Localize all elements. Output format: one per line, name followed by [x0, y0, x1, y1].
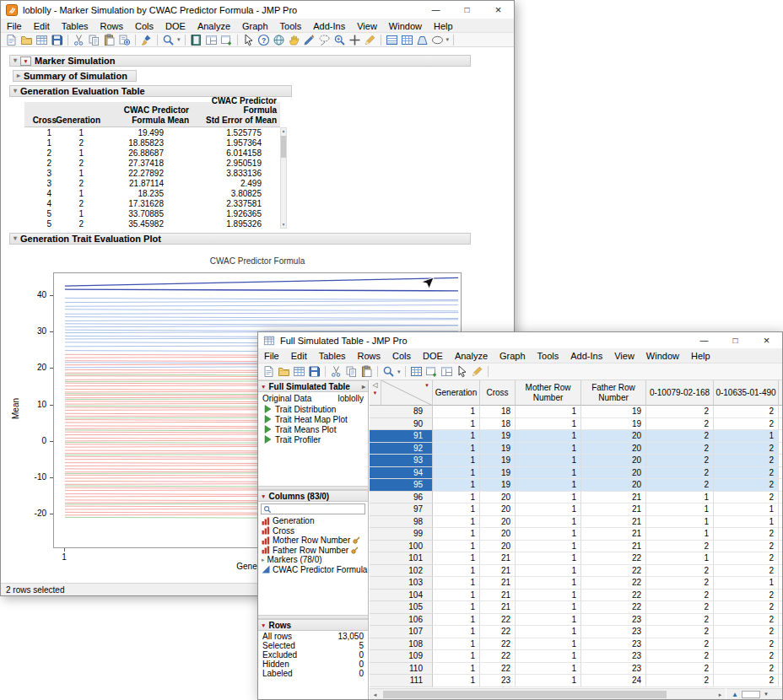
- grid-cell[interactable]: 1: [433, 467, 480, 480]
- grid-row[interactable]: 9511912022: [370, 479, 782, 492]
- grid-cell[interactable]: 2: [646, 577, 714, 590]
- row-number-cell[interactable]: 100: [370, 541, 433, 553]
- pointer-icon[interactable]: [241, 33, 256, 46]
- grid-cell[interactable]: 2: [714, 443, 779, 455]
- eval-table-row[interactable]: 4118.2353.80825: [24, 188, 287, 198]
- grid-cell[interactable]: 23: [480, 675, 516, 687]
- grid-cell[interactable]: 23: [581, 626, 646, 638]
- grid-cell[interactable]: 21: [480, 601, 516, 614]
- new-table-icon[interactable]: [35, 33, 49, 46]
- row-number-cell[interactable]: 107: [370, 626, 433, 638]
- grid-cell[interactable]: 1: [646, 552, 714, 565]
- grid-cell[interactable]: 1: [646, 516, 714, 529]
- grid-cell[interactable]: 23: [581, 650, 646, 663]
- crosshair-icon[interactable]: [348, 33, 362, 46]
- eval-table-row[interactable]: 5133.708851.926365: [24, 208, 287, 218]
- grid-cell[interactable]: 1: [714, 577, 779, 590]
- outline-marker-simulation[interactable]: ▾ ▼ Marker Simulation: [9, 55, 471, 67]
- grid-cell[interactable]: 2: [714, 590, 779, 602]
- grid-cell[interactable]: 20: [480, 503, 516, 516]
- grid-cell[interactable]: 21: [581, 503, 646, 516]
- dropdown-caret-icon[interactable]: ▾: [176, 36, 181, 43]
- disclosure-open-icon[interactable]: ▾: [14, 88, 17, 94]
- grid-row[interactable]: 10412112222: [370, 590, 782, 602]
- grid-cell[interactable]: 20: [480, 516, 516, 529]
- grid-cell[interactable]: 21: [480, 590, 516, 602]
- grid-cell[interactable]: 22: [480, 663, 516, 676]
- journal-icon[interactable]: [189, 33, 203, 46]
- grid-cell[interactable]: 2: [714, 638, 779, 651]
- panel-collapse-strip[interactable]: ◁ ▼: [370, 380, 381, 406]
- column-list-item[interactable]: Cross: [258, 526, 368, 536]
- dropdown-caret-icon[interactable]: ▾: [397, 369, 402, 375]
- grid-cell[interactable]: 20: [480, 492, 516, 504]
- main-titlebar[interactable]: loblolly - Marker Simulation by CWAC Pre…: [1, 1, 514, 19]
- grid-cell[interactable]: 1: [516, 528, 581, 541]
- grid-cell[interactable]: 2: [714, 455, 779, 467]
- row-number-cell[interactable]: 103: [370, 577, 433, 590]
- column-list-item[interactable]: Mother Row Number: [258, 536, 368, 546]
- scroll-down-icon[interactable]: ▼: [282, 222, 286, 228]
- row-number-cell[interactable]: 110: [370, 663, 433, 676]
- table-menu-cols[interactable]: Cols: [386, 349, 417, 363]
- grid-cell[interactable]: 20: [581, 443, 646, 455]
- copy-icon[interactable]: [87, 33, 101, 46]
- scroll-up-icon[interactable]: ▲: [282, 128, 286, 134]
- grid-cell[interactable]: 19: [581, 418, 646, 431]
- main-menu-graph[interactable]: Graph: [236, 19, 274, 32]
- report-grid-icon[interactable]: [400, 33, 414, 46]
- grid-row[interactable]: 10012012122: [370, 541, 782, 553]
- dropdown-caret-icon[interactable]: ▾: [446, 36, 451, 43]
- grid-cell[interactable]: 19: [480, 479, 516, 492]
- grid-row[interactable]: 10212112222: [370, 565, 782, 578]
- grid-cell[interactable]: 19: [480, 467, 516, 480]
- main-menu-tools[interactable]: Tools: [274, 19, 308, 32]
- grid-cell[interactable]: 1: [516, 590, 581, 602]
- grid-cell[interactable]: 23: [581, 663, 646, 676]
- eval-table-row[interactable]: 2126.886876.014158: [24, 148, 287, 158]
- grid-cell[interactable]: 23: [581, 638, 646, 651]
- scroll-left-icon[interactable]: ◂: [370, 692, 381, 697]
- grid-cell[interactable]: 20: [581, 479, 646, 492]
- horizontal-scrollbar[interactable]: ◂ ▸: [370, 688, 726, 699]
- grid-cell[interactable]: 18: [480, 406, 516, 418]
- grid-cell[interactable]: 21: [480, 565, 516, 578]
- grid-cell[interactable]: 22: [480, 614, 516, 627]
- scroll-top-widget[interactable]: ▲: [732, 691, 738, 698]
- grid-row[interactable]: 11112312422: [370, 675, 782, 687]
- grid-cell[interactable]: 2: [646, 601, 714, 614]
- new-doc-icon[interactable]: [4, 33, 19, 46]
- grid-row[interactable]: 9712012111: [370, 503, 782, 516]
- row-number-cell[interactable]: 96: [370, 492, 433, 504]
- grid-row[interactable]: 9912012112: [370, 528, 782, 541]
- grid-cell[interactable]: 1: [433, 638, 480, 651]
- table-menu-rows[interactable]: Rows: [352, 349, 387, 363]
- annotate-icon[interactable]: [470, 365, 484, 379]
- row-number-cell[interactable]: 101: [370, 552, 433, 565]
- globe-icon[interactable]: [272, 33, 286, 46]
- zoom-in-icon[interactable]: [332, 33, 347, 46]
- grid-cell[interactable]: 1: [433, 492, 480, 504]
- grid-cell[interactable]: 2: [646, 430, 714, 443]
- grid-cell[interactable]: 1: [516, 418, 581, 431]
- row-number-cell[interactable]: 97: [370, 503, 433, 516]
- table-panel-header[interactable]: ▼ Full Simulated Table ▸: [258, 380, 368, 392]
- red-triangle-menu-icon[interactable]: ▼: [261, 622, 266, 628]
- report-shape-icon[interactable]: [415, 33, 429, 46]
- report-grid-icon[interactable]: [409, 365, 424, 379]
- grid-cell[interactable]: 18: [480, 418, 516, 431]
- grid-corner[interactable]: ▼: [381, 380, 433, 406]
- main-menu-cols[interactable]: Cols: [129, 19, 159, 32]
- red-triangle-menu-icon[interactable]: ▼: [261, 493, 266, 499]
- grid-row[interactable]: 9011811922: [370, 418, 782, 431]
- grid-cell[interactable]: 2: [714, 541, 779, 553]
- table-menu-tools[interactable]: Tools: [532, 349, 565, 363]
- row-number-cell[interactable]: 105: [370, 601, 433, 614]
- annotate-icon[interactable]: [363, 33, 377, 46]
- grid-cell[interactable]: 1: [433, 406, 480, 418]
- panel-collapse-icon[interactable]: ▸: [362, 383, 365, 390]
- grid-cell[interactable]: 1: [433, 626, 480, 638]
- grid-cell[interactable]: 1: [714, 503, 779, 516]
- row-number-cell[interactable]: 91: [370, 430, 433, 443]
- scrollbar-thumb[interactable]: [281, 136, 286, 158]
